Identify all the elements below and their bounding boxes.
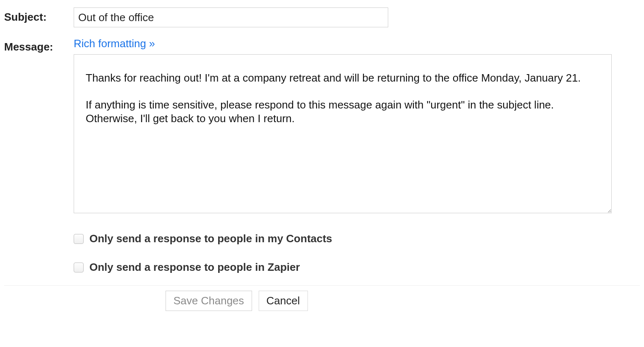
message-label: Message: [4, 41, 53, 53]
contacts-only-checkbox[interactable] [74, 234, 84, 244]
subject-label: Subject: [4, 11, 47, 23]
subject-input[interactable] [74, 7, 388, 27]
domain-only-label: Only send a response to people in Zapier [89, 261, 300, 274]
domain-only-checkbox[interactable] [74, 263, 84, 272]
contacts-only-label: Only send a response to people in my Con… [89, 232, 332, 245]
rich-formatting-link[interactable]: Rich formatting » [74, 37, 155, 50]
vacation-responder-form: Subject: Message: Rich formatting » Only… [0, 0, 644, 320]
cancel-button[interactable]: Cancel [259, 291, 308, 311]
subject-row: Subject: [4, 7, 640, 27]
message-textarea[interactable] [74, 54, 612, 213]
contacts-only-row: Only send a response to people in my Con… [74, 232, 640, 245]
domain-only-row: Only send a response to people in Zapier [74, 261, 640, 274]
save-button[interactable]: Save Changes [166, 291, 252, 311]
button-row: Save Changes Cancel [4, 286, 640, 316]
message-row: Message: Rich formatting » [4, 37, 640, 215]
